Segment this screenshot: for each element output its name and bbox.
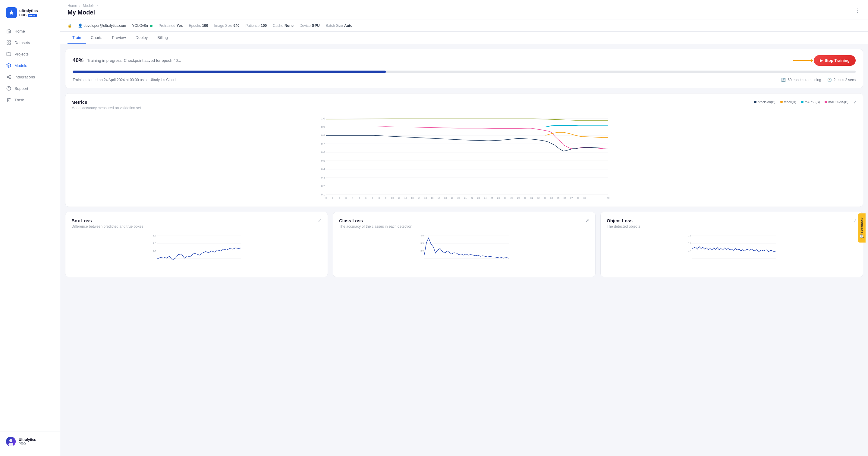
- sidebar-item-home[interactable]: Home: [0, 25, 60, 37]
- sidebar-item-integrations[interactable]: Integrations: [0, 71, 60, 83]
- header-left: Home › Models › My Model: [67, 4, 99, 16]
- feedback-button[interactable]: 💬 Feedback: [858, 213, 866, 243]
- svg-text:18: 18: [444, 197, 447, 199]
- svg-text:0.1: 0.1: [321, 193, 325, 196]
- svg-text:12: 12: [404, 197, 407, 199]
- cache-meta: Cache None: [273, 24, 293, 28]
- expand-box-loss-button[interactable]: ⤢: [318, 218, 321, 233]
- sidebar-item-home-label: Home: [14, 29, 25, 33]
- image-size-meta: Image Size 640: [214, 24, 239, 28]
- svg-text:35: 35: [557, 197, 560, 199]
- time-remaining: 🕐 2 mins 2 secs: [827, 78, 856, 82]
- more-options-button[interactable]: ⋮: [855, 6, 861, 13]
- tab-preview[interactable]: Preview: [107, 32, 130, 44]
- stop-icon: ▶: [820, 58, 823, 63]
- svg-text:23: 23: [477, 197, 480, 199]
- sidebar-item-trash[interactable]: Trash: [0, 94, 60, 106]
- svg-text:31: 31: [530, 197, 533, 199]
- svg-rect-3: [9, 43, 10, 44]
- box-loss-svg: 1.8 1.6 1.4: [71, 233, 321, 269]
- stop-training-button[interactable]: ▶ Stop Training: [814, 55, 856, 66]
- training-started-text: Training started on 24 April 2024 at 00:…: [73, 78, 176, 82]
- home-icon: [6, 28, 11, 34]
- sidebar-item-trash-label: Trash: [14, 98, 24, 102]
- box-loss-title: Box Loss: [71, 218, 144, 223]
- logo: ultralytics HUB BETA: [0, 5, 60, 25]
- epochs-remaining: 🔄 60 epochs remaining: [781, 78, 821, 82]
- beta-badge: BETA: [28, 14, 37, 17]
- svg-text:1.6: 1.6: [688, 242, 692, 245]
- svg-text:1.4: 1.4: [688, 249, 692, 252]
- tab-billing[interactable]: Billing: [153, 32, 173, 44]
- breadcrumb-models[interactable]: Models: [83, 4, 95, 8]
- svg-text:9: 9: [385, 197, 387, 199]
- trash-icon: [6, 97, 11, 103]
- page-title: My Model: [67, 9, 99, 16]
- logo-hub: HUB BETA: [19, 13, 38, 17]
- svg-text:0: 0: [326, 197, 327, 199]
- avatar: [6, 437, 16, 446]
- svg-text:0.3: 0.3: [321, 176, 325, 179]
- svg-text:7: 7: [372, 197, 373, 199]
- tab-deploy[interactable]: Deploy: [131, 32, 153, 44]
- svg-text:3.5: 3.5: [421, 242, 424, 245]
- svg-text:1.6: 1.6: [153, 242, 156, 245]
- tab-charts[interactable]: Charts: [86, 32, 107, 44]
- class-loss-card: Class Loss The accuracy of the classes i…: [333, 212, 595, 277]
- clock-icon: 🕐: [827, 78, 832, 82]
- svg-text:29: 29: [517, 197, 520, 199]
- legend-map50-95: mAP50-95(B): [825, 100, 848, 104]
- epochs-meta: Epochs 100: [189, 24, 208, 28]
- svg-text:1.8: 1.8: [153, 234, 156, 237]
- sidebar-item-projects[interactable]: Projects: [0, 48, 60, 60]
- patience-meta: Patience 100: [246, 24, 267, 28]
- box-loss-card: Box Loss Difference between predicted an…: [65, 212, 328, 277]
- svg-text:15: 15: [424, 197, 427, 199]
- svg-rect-1: [7, 41, 8, 42]
- sidebar-item-models[interactable]: Models: [0, 60, 60, 71]
- integrations-icon: [6, 74, 11, 80]
- svg-marker-5: [7, 63, 10, 65]
- breadcrumb-home[interactable]: Home: [67, 4, 77, 8]
- svg-point-15: [8, 443, 13, 446]
- expand-class-loss-button[interactable]: ⤢: [586, 218, 589, 233]
- svg-text:24: 24: [484, 197, 487, 199]
- metrics-chart-card: Metrics Model accuracy measured on valid…: [65, 93, 863, 207]
- refresh-icon: 🔄: [781, 78, 786, 82]
- sidebar-item-support-label: Support: [14, 86, 28, 91]
- header: Home › Models › My Model ⋮: [60, 0, 868, 20]
- logo-icon: [6, 7, 17, 18]
- svg-text:1.8: 1.8: [688, 234, 692, 237]
- svg-text:20: 20: [458, 197, 460, 199]
- sidebar: ultralytics HUB BETA Home Datasets Proje…: [0, 0, 60, 456]
- svg-text:21: 21: [464, 197, 467, 199]
- svg-text:0.5: 0.5: [321, 159, 325, 162]
- class-loss-subtitle: The accuracy of the classes in each dete…: [339, 224, 412, 229]
- legend-precision: precision(B): [754, 100, 775, 104]
- svg-point-6: [9, 75, 10, 76]
- models-icon: [6, 63, 11, 68]
- object-loss-header: Object Loss The detected objects ⤢: [607, 218, 857, 233]
- charts-row: Metrics Model accuracy measured on valid…: [60, 93, 868, 212]
- svg-text:10: 10: [391, 197, 394, 199]
- sidebar-item-support[interactable]: Support: [0, 83, 60, 94]
- logo-name: ultralytics: [19, 8, 38, 13]
- svg-text:1.0: 1.0: [321, 117, 325, 120]
- expand-object-loss-button[interactable]: ⤢: [853, 218, 857, 233]
- user-email: 👤 developer@ultralytics.com: [78, 24, 126, 28]
- sidebar-item-models-label: Models: [14, 63, 27, 68]
- tab-train[interactable]: Train: [67, 32, 86, 44]
- svg-text:26: 26: [497, 197, 500, 199]
- svg-text:0.2: 0.2: [321, 184, 325, 188]
- training-status: 40% Training in progress. Checkpoint sav…: [73, 57, 181, 64]
- svg-text:19: 19: [451, 197, 454, 199]
- object-loss-subtitle: The detected objects: [607, 224, 640, 229]
- svg-point-7: [7, 76, 8, 78]
- svg-text:0.9: 0.9: [321, 125, 325, 129]
- expand-chart-button[interactable]: ⤢: [853, 99, 857, 104]
- datasets-icon: [6, 40, 11, 45]
- model-name: YOLOv8n: [132, 24, 153, 28]
- sidebar-nav: Home Datasets Projects Models Integratio…: [0, 25, 60, 432]
- sidebar-item-datasets[interactable]: Datasets: [0, 37, 60, 48]
- svg-rect-2: [9, 41, 10, 42]
